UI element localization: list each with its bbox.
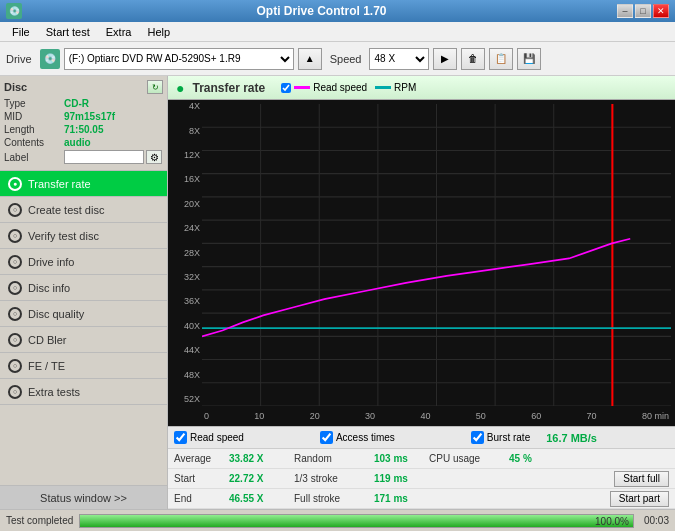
nav-icon-quality: ○ [8,307,22,321]
x-label-40: 40 [420,411,430,421]
end-speed-value: 46.55 X [229,493,294,504]
chart-area: ● Transfer rate Read speed RPM 52X 48X 4… [168,76,675,509]
titlebar-icon: 💿 [6,3,22,19]
mid-label: MID [4,111,64,122]
data-row-end: End 46.55 X Full stroke 171 ms Start par… [168,489,675,509]
x-label-50: 50 [476,411,486,421]
start-part-button[interactable]: Start part [610,491,669,507]
menubar: File Start test Extra Help [0,22,675,42]
x-label-30: 30 [365,411,375,421]
maximize-button[interactable]: □ [635,4,651,18]
menu-extra[interactable]: Extra [98,24,140,40]
close-button[interactable]: ✕ [653,4,669,18]
nav-cd-bler[interactable]: ○ CD Bler [0,327,167,353]
status-window-button[interactable]: Status window >> [0,485,167,509]
legend: Read speed RPM [281,82,416,93]
drive-arrow-up[interactable]: ▲ [298,48,322,70]
minimize-button[interactable]: – [617,4,633,18]
burst-rate-stat[interactable]: Burst rate [471,431,530,444]
mid-value: 97m15s17f [64,111,115,122]
start-full-button[interactable]: Start full [614,471,669,487]
nav-disc-info[interactable]: ○ Disc info [0,275,167,301]
nav-drive-info[interactable]: ○ Drive info [0,249,167,275]
disc-refresh-button[interactable]: ↻ [147,80,163,94]
progress-bar-fill [80,515,633,527]
speed-label: Speed [330,53,362,65]
nav-icon-disc: ○ [8,281,22,295]
sidebar: Disc ↻ Type CD-R MID 97m15s17f Length 71… [0,76,168,509]
read-speed-stat[interactable]: Read speed [174,431,244,444]
save-button[interactable]: 💾 [517,48,541,70]
x-label-60: 60 [531,411,541,421]
nav-icon-drive: ○ [8,255,22,269]
menu-file[interactable]: File [4,24,38,40]
nav-create-test-disc[interactable]: ○ Create test disc [0,197,167,223]
access-times-stat[interactable]: Access times [320,431,395,444]
legend-read-speed: Read speed [281,82,367,93]
y-label-16: 16X [170,175,200,184]
chart-svg [202,104,671,406]
x-label-80: 80 min [642,411,669,421]
average-label: Average [174,453,229,464]
chart-container: 52X 48X 44X 40X 36X 32X 28X 24X 20X 16X … [168,100,675,426]
y-label-4: 4X [170,102,200,111]
legend-rpm: RPM [375,82,416,93]
nav-disc-quality[interactable]: ○ Disc quality [0,301,167,327]
contents-label: Contents [4,137,64,148]
read-speed-checkbox[interactable] [281,83,291,93]
y-label-12: 12X [170,151,200,160]
menu-help[interactable]: Help [139,24,178,40]
nav-verify-test-disc[interactable]: ○ Verify test disc [0,223,167,249]
y-label-8: 8X [170,127,200,136]
drive-label: Drive [6,53,32,65]
y-label-24: 24X [170,224,200,233]
speed-arrow[interactable]: ▶ [433,48,457,70]
nav-transfer-rate[interactable]: ● Transfer rate [0,171,167,197]
access-times-check[interactable] [320,431,333,444]
type-label: Type [4,98,64,109]
y-label-36: 36X [170,297,200,306]
fullstroke-label: Full stroke [294,493,374,504]
x-label-20: 20 [310,411,320,421]
y-label-32: 32X [170,273,200,282]
nav-icon-verify: ○ [8,229,22,243]
start-full-col: Start full [564,471,669,487]
read-speed-check[interactable] [174,431,187,444]
burst-rate-check[interactable] [471,431,484,444]
y-label-48: 48X [170,371,200,380]
burst-rate-value: 16.7 MB/s [546,432,597,444]
titlebar: 💿 Opti Drive Control 1.70 – □ ✕ [0,0,675,22]
nav-icon-extra: ○ [8,385,22,399]
start-label: Start [174,473,229,484]
contents-value: audio [64,137,91,148]
length-value: 71:50.05 [64,124,103,135]
disc-title: Disc [4,81,27,93]
speed-select[interactable]: 48 X [369,48,429,70]
end-label: End [174,493,229,504]
nav-extra-tests[interactable]: ○ Extra tests [0,379,167,405]
copy-button[interactable]: 📋 [489,48,513,70]
toolbar: Drive 💿 (F:) Optiarc DVD RW AD-5290S+ 1.… [0,42,675,76]
status-text: Test completed [6,515,73,526]
data-rows: Average 33.82 X Random 103 ms CPU usage … [168,448,675,509]
data-row-average: Average 33.82 X Random 103 ms CPU usage … [168,449,675,469]
random-label: Random [294,453,374,464]
cpu-value: 45 % [509,453,564,464]
disc-section: Disc ↻ Type CD-R MID 97m15s17f Length 71… [0,76,167,171]
label-label: Label [4,152,64,163]
y-label-28: 28X [170,249,200,258]
cpu-label: CPU usage [429,453,509,464]
stats-bar: Read speed Access times Burst rate 16.7 … [168,426,675,448]
data-row-start: Start 22.72 X 1/3 stroke 119 ms Start fu… [168,469,675,489]
y-label-40: 40X [170,322,200,331]
menu-start-test[interactable]: Start test [38,24,98,40]
status-time: 00:03 [644,515,669,526]
label-input[interactable] [64,150,144,164]
erase-button[interactable]: 🗑 [461,48,485,70]
label-settings-button[interactable]: ⚙ [146,150,162,164]
nav-fe-te[interactable]: ○ FE / TE [0,353,167,379]
drive-select[interactable]: (F:) Optiarc DVD RW AD-5290S+ 1.R9 [64,48,294,70]
drive-icon: 💿 [40,49,60,69]
onethird-label: 1/3 stroke [294,473,374,484]
statusbar: Test completed 100.0% 00:03 [0,509,675,531]
